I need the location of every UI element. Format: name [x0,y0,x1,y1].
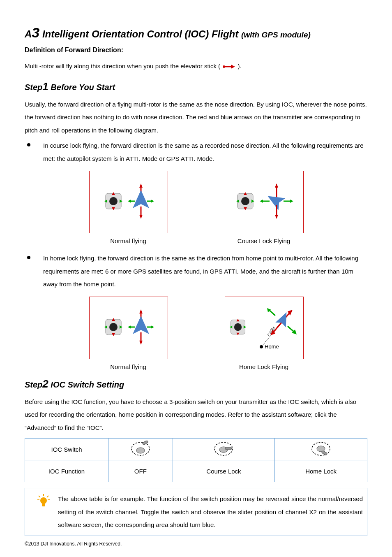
caption-row-1: Normal flying Course Lock Flying [25,237,367,244]
aircraft-home-icon: Home >10M [249,301,300,355]
svg-marker-17 [151,200,154,203]
diagram-normal-2 [89,297,167,359]
diagram-normal-1 [89,171,167,233]
bullet-dot-icon [27,143,30,146]
step2-number: 2 [42,378,48,390]
joystick-icon [103,317,124,339]
step2-intro: Before using the IOC function, you have … [25,395,367,434]
svg-marker-41 [133,316,149,334]
step1-intro: Usually, the forward direction of a flyi… [25,98,367,137]
svg-marker-9 [139,183,143,188]
svg-rect-80 [42,503,45,506]
home-label: Home [265,343,279,350]
switch-up-icon [130,441,151,458]
svg-marker-45 [128,325,131,329]
joystick-icon [103,191,124,213]
svg-marker-15 [128,200,131,203]
forward-arrow-icon [223,64,235,69]
diagram-row-1 [25,171,367,233]
note-text: The above table is for example. The func… [58,492,363,531]
step1-heading: Step1 Before You Start [25,80,367,93]
diagram-courselock [225,171,303,233]
bullet-dot-icon [27,256,30,259]
step2-heading: Step2 IOC Switch Setting [25,378,367,390]
svg-marker-2 [231,65,235,69]
diagram-homelock: Home >10M [225,297,303,359]
caption-homelock: Home Lock Flying [225,363,303,370]
section-title: A3 Intelligent Orientation Control (IOC)… [25,25,367,41]
ioc-table: IOC Switch [25,438,367,482]
svg-marker-28 [275,215,278,219]
diagram-row-2: Home >10M [25,297,367,359]
svg-point-79 [40,497,47,504]
switch-pos-up-cell [108,439,173,460]
title-prefix: A [25,28,32,39]
svg-marker-43 [139,341,143,345]
aircraft-icon [128,183,154,221]
diagram-frame [225,171,304,233]
diagram-frame [89,297,168,359]
step1-bullets: In course lock flying, the forward direc… [25,139,367,165]
switch-pos-mid-cell [173,439,275,460]
svg-marker-13 [139,215,143,219]
step2-title: IOC Switch Setting [48,380,124,389]
svg-marker-30 [260,200,263,203]
definition-post: ). [238,63,241,70]
step1-prefix: Step [25,83,42,92]
caption-normal-1: Normal flying [89,237,167,244]
title-number: 3 [32,25,39,40]
footer-copyright: ©2013 DJI Innovations. All Rights Reserv… [25,541,122,547]
step1-bullet2: In home lock flying, the forward directi… [25,252,367,291]
title-rest: Intelligent Orientation Control (IOC) Fl… [39,28,241,39]
table-cell-homelock: Home Lock [275,460,367,482]
title-paren: (with GPS module) [241,30,311,39]
step1-bullet1: In course lock flying, the forward direc… [25,139,367,165]
joystick-icon [235,191,256,213]
svg-marker-26 [264,190,286,210]
step1-title: Before You Start [48,83,115,92]
joystick-icon [228,318,247,338]
table-row: IOC Function OFF Course Lock Home Lock [25,460,367,482]
svg-line-76 [47,496,48,497]
svg-point-4 [109,197,118,205]
svg-line-75 [39,496,40,497]
note-box: The above table is for example. The func… [25,488,367,536]
table-header-function: IOC Function [25,460,108,482]
svg-marker-32 [290,200,293,203]
aircraft-rotated-icon [260,183,293,221]
svg-marker-24 [275,183,278,188]
table-cell-courselock: Course Lock [173,460,275,482]
svg-point-49 [234,323,242,330]
table-header-switch: IOC Switch [25,439,108,460]
definition-body: Multi -rotor will fly along this directi… [25,60,367,73]
svg-rect-70 [225,447,232,450]
step2-prefix: Step [25,380,42,389]
step1-number: 1 [42,80,48,93]
svg-marker-39 [139,309,143,313]
svg-point-72 [317,446,325,452]
caption-normal-2: Normal flying [89,363,167,370]
lightbulb-icon [29,492,58,531]
svg-point-19 [241,197,249,205]
caption-row-2: Normal flying Home Lock Flying [25,363,367,370]
page: A3 Intelligent Orientation Control (IOC)… [0,0,392,557]
diagram-frame: Home >10M [225,297,304,359]
definition-heading: Definition of Forward Direction: [25,46,367,54]
svg-marker-11 [133,190,149,208]
aircraft-icon [128,309,154,347]
svg-marker-47 [151,325,154,329]
svg-point-34 [109,323,118,331]
svg-point-66 [136,448,145,453]
diagram-frame [89,171,168,233]
table-row: IOC Switch [25,439,367,460]
table-cell-off: OFF [108,460,173,482]
switch-pos-down-cell [275,439,367,460]
step1-bullets-2: In home lock flying, the forward directi… [25,252,367,291]
switch-mid-icon [213,441,234,458]
definition-pre: Multi -rotor will fly along this directi… [25,63,222,70]
svg-line-62 [288,326,294,332]
switch-down-icon [310,441,332,458]
caption-courselock: Course Lock Flying [225,237,303,244]
